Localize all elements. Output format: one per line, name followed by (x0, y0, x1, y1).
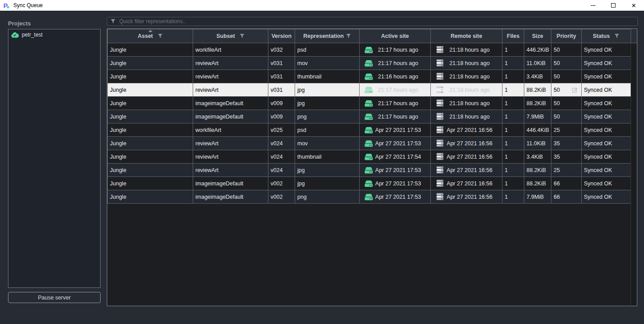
cell-status: Synced OK (582, 123, 631, 137)
cell-priority: 50 (551, 43, 582, 57)
cell-priority: 50 (551, 83, 582, 97)
cell-size: 7.9MiB (524, 190, 551, 204)
cell-version: v024 (268, 164, 295, 177)
table-row[interactable]: Jungle reviewArt v031 jpg 21:17 hours ag… (108, 83, 631, 97)
quick-filter (107, 17, 638, 26)
project-item-petr-test[interactable]: petr_test (8, 29, 100, 40)
pause-server-button[interactable]: Pause server (8, 292, 101, 303)
cell-priority: 25 (551, 164, 582, 177)
table-row[interactable]: Jungle imageimageDefault v009 png 21:17 … (108, 110, 631, 123)
server-stack-icon (436, 193, 444, 201)
minimize-icon (591, 5, 595, 6)
cell-files: 1 (502, 70, 524, 83)
column-header-version[interactable]: Version (268, 29, 295, 43)
table-row[interactable]: Jungle reviewArt v024 mov Apr 27 2021 17… (108, 137, 631, 150)
cell-representation: mov (295, 57, 360, 70)
cell-asset: Jungle (108, 57, 193, 70)
cell-files: 1 (502, 150, 524, 164)
cell-remote-site: 21:18 hours ago (431, 83, 502, 97)
table-row[interactable]: Jungle reviewArt v031 mov 21:17 hours ag… (108, 57, 631, 70)
column-header-active-site[interactable]: Active site (360, 29, 431, 43)
hard-drive-icon (365, 193, 373, 201)
window-title: Sync Queue (13, 2, 43, 8)
titlebar: P Sync Queue ✕ (0, 0, 644, 11)
hard-drive-icon (365, 180, 373, 187)
cell-remote-site: 21:18 hours ago (431, 110, 502, 123)
cell-subset: workfileArt (193, 43, 268, 57)
cell-size: 446.2KiB (524, 43, 551, 57)
funnel-icon[interactable] (346, 33, 351, 39)
cell-subset: reviewArt (193, 57, 268, 70)
hard-drive-icon (365, 127, 373, 134)
cell-files: 1 (502, 57, 524, 70)
close-icon: ✕ (632, 3, 636, 8)
table-row[interactable]: Jungle reviewArt v031 thumbnail 21:16 ho… (108, 70, 631, 83)
minimize-button[interactable] (583, 0, 603, 11)
column-header-asset[interactable]: Asset (108, 29, 193, 43)
cell-status: Synced OK (582, 70, 631, 83)
table-row[interactable]: Jungle reviewArt v024 thumbnail Apr 27 2… (108, 150, 631, 164)
column-header-remote-site[interactable]: Remote site (431, 29, 502, 43)
table-scrollbar-track[interactable] (631, 29, 637, 306)
cell-representation: png (295, 190, 360, 204)
cell-subset: imageimageDefault (193, 97, 268, 110)
table-row[interactable]: Jungle workfileArt v032 psd 21:17 hours … (108, 43, 631, 57)
funnel-icon[interactable] (158, 33, 163, 39)
cell-representation: thumbnail (295, 70, 360, 83)
server-stack-icon (436, 46, 444, 53)
cell-remote-site: Apr 27 2021 16:56 (431, 123, 502, 137)
cell-version: v025 (268, 123, 295, 137)
hard-drive-icon (365, 113, 373, 120)
close-button[interactable]: ✕ (624, 0, 644, 11)
cell-representation: png (295, 110, 360, 123)
cell-files: 1 (502, 137, 524, 150)
hard-drive-icon (365, 73, 373, 80)
table-row[interactable]: Jungle imageimageDefault v002 jpg Apr 27… (108, 177, 631, 190)
column-header-status[interactable]: Status (582, 29, 631, 43)
cell-remote-site: 21:18 hours ago (431, 43, 502, 57)
column-header-priority[interactable]: Priority (551, 29, 582, 43)
projects-heading: Projects (8, 20, 31, 27)
cell-version: v002 (268, 190, 295, 204)
cell-representation: mov (295, 137, 360, 150)
maximize-button[interactable] (603, 0, 624, 11)
cell-subset: reviewArt (193, 83, 268, 97)
cell-priority: 66 (551, 190, 582, 204)
cell-size: 3.4KiB (524, 70, 551, 83)
cell-version: v031 (268, 70, 295, 83)
edit-pencil-icon[interactable] (572, 87, 578, 93)
column-header-files[interactable]: Files (502, 29, 524, 43)
column-header-subset[interactable]: Subset (193, 29, 268, 43)
cell-version: v031 (268, 83, 295, 97)
table-row[interactable]: Jungle reviewArt v024 jpg Apr 27 2021 17… (108, 164, 631, 177)
cell-files: 1 (502, 97, 524, 110)
cell-active-site: Apr 27 2021 17:54 (360, 150, 431, 164)
column-header-size[interactable]: Size (524, 29, 551, 43)
maximize-icon (611, 3, 616, 8)
funnel-icon[interactable] (239, 33, 245, 39)
sync-queue-table: Asset Subset Version Representation (107, 29, 637, 306)
funnel-icon[interactable] (614, 33, 620, 39)
table-row[interactable]: Jungle imageimageDefault v009 jpg 21:17 … (108, 97, 631, 110)
cell-subset: workfileArt (193, 123, 268, 137)
cell-asset: Jungle (108, 164, 193, 177)
quick-filter-input[interactable] (107, 17, 638, 26)
cell-status: Synced OK (582, 164, 631, 177)
cell-version: v009 (268, 97, 295, 110)
cell-version: v031 (268, 57, 295, 70)
table-row[interactable]: Jungle imageimageDefault v002 png Apr 27… (108, 190, 631, 204)
cell-size: 11.0KiB (524, 57, 551, 70)
cell-remote-site: 21:18 hours ago (431, 97, 502, 110)
hard-drive-icon (365, 153, 373, 160)
cell-status: Synced OK (582, 190, 631, 204)
cell-status: Synced OK (582, 150, 631, 164)
cell-asset: Jungle (108, 110, 193, 123)
sort-indicator-icon (148, 30, 153, 32)
server-stack-icon (436, 86, 444, 94)
cell-priority: 50 (551, 97, 582, 110)
table-row[interactable]: Jungle workfileArt v025 psd Apr 27 2021 … (108, 123, 631, 137)
cell-size: 446.4KiB (524, 123, 551, 137)
column-header-representation[interactable]: Representation (295, 29, 360, 43)
cell-subset: imageimageDefault (193, 110, 268, 123)
cell-active-site: 21:17 hours ago (360, 110, 431, 123)
